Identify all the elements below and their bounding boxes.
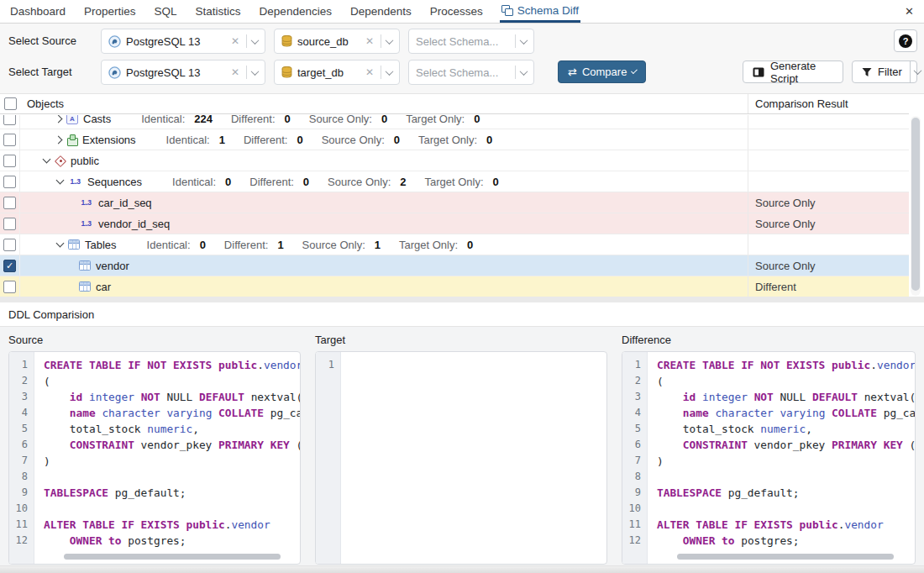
code-token: ,: [806, 423, 812, 435]
clear-icon[interactable]: ✕: [229, 66, 241, 78]
row-objects-cell: car: [20, 276, 748, 297]
chevron-down-icon[interactable]: [386, 67, 394, 76]
grid-row-casts[interactable]: ACastsIdentical:224Different:0Source Onl…: [0, 115, 909, 129]
clear-icon[interactable]: ✕: [364, 35, 375, 47]
filter-button[interactable]: Filter: [852, 60, 917, 83]
row-checkbox[interactable]: ✓: [3, 260, 16, 272]
code-token: TABLESPACE: [657, 486, 722, 499]
tab-dashboard[interactable]: Dashboard: [8, 0, 67, 23]
target-ddl-editor[interactable]: 1: [315, 351, 607, 565]
grid-row-vendor-id-seq[interactable]: 1..3vendor_id_seqSource Only: [0, 213, 909, 234]
generate-script-button[interactable]: Generate Script: [743, 60, 843, 83]
code-token: ): [44, 455, 50, 467]
clear-icon[interactable]: ✕: [364, 66, 375, 78]
grid-vertical-scrollbar[interactable]: [911, 116, 921, 296]
code-area: CREATE TABLE IF NOT EXISTS public.vendor…: [648, 352, 915, 564]
source-ddl-editor[interactable]: 123456789101112CREATE TABLE IF NOT EXIST…: [8, 351, 301, 565]
sequence-icon: 1..3: [68, 177, 82, 186]
row-objects-cell: 1..3car_id_seq: [20, 192, 748, 213]
select-all-checkbox[interactable]: [4, 97, 17, 110]
difference-ddl-editor[interactable]: 123456789101112CREATE TABLE IF NOT EXIST…: [622, 351, 916, 565]
stat-value-target_only: 0: [474, 115, 480, 125]
stat-value-identical: 224: [194, 115, 213, 125]
tab-properties[interactable]: Properties: [82, 0, 138, 23]
chevron-down-icon[interactable]: [520, 36, 528, 45]
source-server-select[interactable]: PostgreSQL 13 ✕: [101, 29, 265, 54]
compare-label: Compare: [582, 66, 627, 78]
table-icon: [79, 260, 91, 271]
code-line: ALTER TABLE IF EXISTS public.vendor: [44, 517, 300, 533]
chevron-down-icon[interactable]: [56, 239, 65, 248]
tab-sql[interactable]: SQL: [153, 0, 179, 23]
compare-button[interactable]: ⇄ Compare: [558, 60, 646, 83]
scrollbar-thumb[interactable]: [911, 118, 920, 291]
chevron-down-icon[interactable]: [43, 155, 51, 164]
code-token: OWNER to: [683, 534, 735, 547]
row-checkbox[interactable]: [3, 239, 16, 251]
row-checkbox[interactable]: [3, 218, 16, 230]
postgresql-icon: [108, 66, 121, 79]
close-icon[interactable]: ✕: [905, 5, 914, 18]
horizontal-scrollbar-thumb[interactable]: [677, 554, 894, 560]
chevron-down-icon[interactable]: [251, 67, 260, 76]
grid-row-extensions[interactable]: ExtensionsIdentical:1Different:0Source O…: [0, 129, 909, 150]
code-token: (: [44, 375, 50, 387]
tab-label: SQL: [155, 5, 177, 18]
tab-dependents[interactable]: Dependents: [349, 0, 413, 23]
clear-icon[interactable]: ✕: [229, 35, 241, 47]
grid-row-car-id-seq[interactable]: 1..3car_id_seqSource Only: [0, 192, 909, 213]
tab-schema-diff[interactable]: Schema Diff: [500, 0, 580, 23]
tab-statistics[interactable]: Statistics: [194, 0, 243, 23]
chevron-right-icon[interactable]: [55, 115, 63, 123]
horizontal-scrollbar-thumb[interactable]: [64, 554, 281, 560]
code-token: pg_default;: [108, 486, 186, 499]
stat-label-source_only: Source Only:: [322, 134, 385, 146]
chevron-down-icon[interactable]: [520, 67, 528, 76]
row-checkbox[interactable]: [3, 155, 16, 167]
divider: [381, 34, 381, 48]
row-checkbox[interactable]: [3, 197, 16, 209]
comparison-toolbar: Select Source PostgreSQL 13 ✕ source_db …: [0, 24, 924, 94]
row-checkbox[interactable]: [3, 176, 16, 188]
stat-label-identical: Identical:: [166, 134, 210, 146]
target-database-select[interactable]: target_db ✕: [274, 60, 400, 85]
stat-label-source_only: Source Only:: [328, 176, 391, 188]
row-checkbox-cell: [0, 276, 20, 297]
generate-script-label: Generate Script: [770, 60, 833, 85]
target-schema-select[interactable]: Select Schema...: [408, 60, 534, 85]
row-checkbox[interactable]: [3, 281, 16, 293]
stat-value-source_only: 2: [400, 176, 406, 188]
row-checkbox[interactable]: [3, 115, 16, 125]
line-number: 9: [622, 485, 647, 501]
row-checkbox[interactable]: [3, 134, 16, 146]
code-line: [44, 469, 300, 485]
help-button[interactable]: ?: [894, 29, 917, 52]
code-token: NULL: [774, 391, 812, 403]
comparison-result-value: Source Only: [755, 260, 816, 272]
code-line: OWNER to postgres;: [657, 533, 915, 549]
code-token: nextval('vendor_id_seq': [244, 391, 300, 403]
comparison-result-value: Different: [755, 281, 796, 293]
code-token: NULL: [160, 391, 199, 403]
chevron-down-icon[interactable]: [386, 36, 394, 45]
grid-row-public[interactable]: public: [0, 150, 909, 171]
grid-row-vendor[interactable]: ✓vendorSource Only: [0, 255, 909, 276]
target-server-select[interactable]: PostgreSQL 13 ✕: [101, 60, 265, 85]
schema-icon: [55, 155, 66, 166]
code-token: public: [832, 359, 870, 371]
tab-processes[interactable]: Processes: [428, 0, 485, 23]
grid-row-tables[interactable]: TablesIdentical:0Different:1Source Only:…: [0, 234, 909, 255]
grid-row-sequences[interactable]: 1..3SequencesIdentical:0Different:0Sourc…: [0, 171, 909, 192]
chevron-down-icon[interactable]: [56, 176, 65, 185]
source-schema-select[interactable]: Select Schema...: [408, 29, 534, 54]
chevron-down-icon[interactable]: [251, 36, 260, 45]
code-token: id: [683, 391, 696, 403]
sequence-icon: 1..3: [79, 219, 93, 228]
source-database-select[interactable]: source_db ✕: [274, 29, 400, 54]
filter-dropdown-button[interactable]: [910, 61, 924, 82]
code-token: character varying: [715, 407, 825, 419]
chevron-right-icon[interactable]: [55, 135, 63, 144]
ddl-comparison-title: DDL Comparision: [8, 308, 94, 321]
tab-dependencies[interactable]: Dependencies: [258, 0, 333, 23]
grid-row-car[interactable]: carDifferent: [0, 276, 909, 297]
